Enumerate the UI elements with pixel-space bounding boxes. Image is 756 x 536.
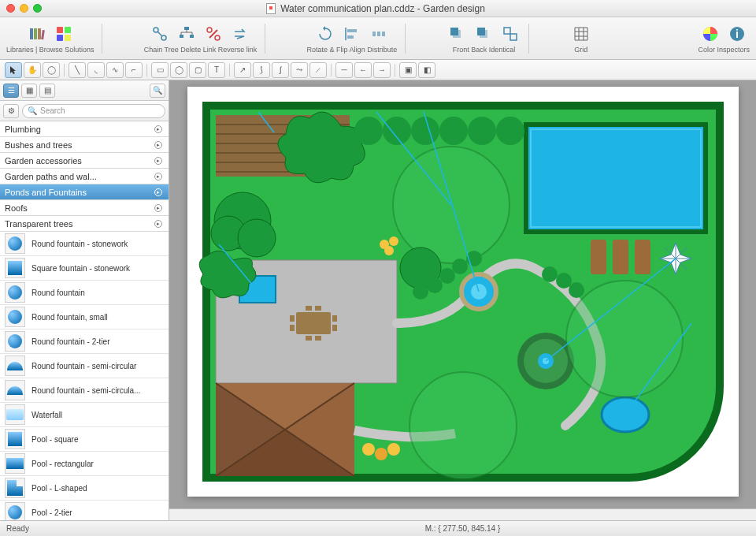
- svg-rect-12: [180, 35, 183, 38]
- category-item[interactable]: Transparent trees▸: [0, 216, 169, 232]
- svg-rect-51: [306, 306, 312, 311]
- zoom-window-button[interactable]: [33, 4, 42, 13]
- stencil-item[interactable]: Round fountain: [0, 281, 169, 305]
- svg-rect-58: [526, 125, 706, 232]
- pointer-tool-button[interactable]: [5, 62, 22, 78]
- sidebar-view-controls: ☰ ▦ ▤ 🔍: [0, 80, 169, 101]
- distribute-button[interactable]: [369, 24, 389, 44]
- stencil-label: Waterfall: [32, 411, 62, 419]
- line-tool-button[interactable]: ╲: [69, 62, 86, 78]
- svg-point-88: [542, 266, 558, 282]
- stencil-item[interactable]: Square fountain - stonework: [0, 256, 169, 281]
- search-filter-button[interactable]: 🔍: [150, 84, 165, 98]
- stencil-item[interactable]: Round fountain - stonework: [0, 232, 169, 256]
- category-label: Plumbing: [5, 125, 41, 134]
- drawing-canvas[interactable]: [187, 87, 739, 497]
- round-connector-button[interactable]: ⟋: [309, 62, 327, 78]
- view-tile-button[interactable]: ▦: [21, 84, 37, 98]
- stencil-label: Pool - L-shaped: [32, 484, 87, 493]
- reverse-link-button[interactable]: [230, 24, 250, 44]
- canvas-scroll[interactable]: [169, 80, 756, 508]
- stencil-thumbnail: [5, 502, 25, 520]
- horizontal-scrollbar[interactable]: [169, 508, 756, 520]
- hand-tool-button[interactable]: ✋: [24, 62, 41, 78]
- category-item[interactable]: Roofs▸: [0, 200, 169, 216]
- chain-button[interactable]: [150, 24, 170, 44]
- svg-point-93: [384, 246, 394, 255]
- view-detail-button[interactable]: ▤: [39, 84, 55, 98]
- fill-button[interactable]: ▣: [399, 62, 417, 78]
- smart-connector-button[interactable]: ⤳: [291, 62, 308, 78]
- rect-tool-button[interactable]: ▭: [151, 62, 169, 78]
- stencil-item[interactable]: Round fountain - semi-circular: [0, 354, 169, 378]
- svg-rect-1: [34, 28, 37, 39]
- direct-line-button[interactable]: ↗: [234, 62, 251, 78]
- toolbar-separator: [528, 24, 529, 54]
- rounded-rect-tool-button[interactable]: ▢: [189, 62, 206, 78]
- category-item[interactable]: Plumbing▸: [0, 121, 169, 137]
- category-list: Plumbing▸Bushes and trees▸Garden accesso…: [0, 121, 169, 232]
- pointer-icon: [9, 65, 18, 75]
- disclosure-icon: ▸: [154, 141, 162, 149]
- stencil-item[interactable]: Waterfall: [0, 403, 169, 427]
- svg-rect-23: [347, 35, 354, 39]
- linestyle-button[interactable]: ─: [335, 62, 353, 78]
- category-label: Roofs: [5, 203, 28, 213]
- align-button[interactable]: [342, 24, 362, 44]
- svg-rect-31: [504, 28, 510, 34]
- shadow-button[interactable]: ◧: [418, 62, 435, 78]
- separator: [64, 64, 65, 76]
- delete-link-button[interactable]: [203, 24, 224, 44]
- filter-button[interactable]: ⚙: [3, 104, 19, 118]
- svg-point-85: [439, 268, 455, 284]
- disclosure-icon: ▸: [154, 204, 162, 212]
- stencil-item[interactable]: Pool - square: [0, 427, 169, 452]
- tree-button[interactable]: [176, 24, 197, 44]
- stencil-item[interactable]: Round fountain - semi-circula...: [0, 378, 169, 403]
- arc-tool-button[interactable]: ◟: [87, 62, 105, 78]
- svg-point-86: [452, 259, 468, 274]
- arrow-start-button[interactable]: ←: [354, 62, 372, 78]
- connector-tool-button[interactable]: ⌐: [125, 62, 143, 78]
- stencil-item[interactable]: Pool - L-shaped: [0, 476, 169, 501]
- arrow-end-button[interactable]: →: [373, 62, 391, 78]
- svg-rect-11: [184, 27, 189, 30]
- stencil-label: Round fountain: [32, 288, 85, 297]
- browse-solutions-button[interactable]: [54, 24, 74, 44]
- category-item[interactable]: Ponds and Fountains▸: [0, 184, 169, 200]
- arc-connector-button[interactable]: ⟆: [253, 62, 270, 78]
- front-button[interactable]: [447, 24, 467, 44]
- category-item[interactable]: Garden paths and wal...▸: [0, 169, 169, 184]
- inspectors-button[interactable]: i: [727, 24, 747, 44]
- tree-icon: [178, 25, 195, 43]
- libraries-button[interactable]: [27, 24, 47, 44]
- stencil-label: Pool - 2-tier: [32, 508, 72, 517]
- stencil-item[interactable]: Round fountain - 2-tier: [0, 329, 169, 354]
- svg-point-90: [569, 282, 584, 298]
- main-area: ☰ ▦ ▤ 🔍 ⚙ 🔍 Search Plumbing▸Bushes and t…: [0, 80, 756, 520]
- lasso-tool-button[interactable]: ◯: [43, 62, 60, 78]
- search-input[interactable]: 🔍 Search: [22, 104, 165, 118]
- ellipse-tool-button[interactable]: ◯: [170, 62, 187, 78]
- stencil-item[interactable]: Round fountain, small: [0, 305, 169, 329]
- close-window-button[interactable]: [6, 4, 15, 13]
- spline-tool-button[interactable]: ∿: [106, 62, 124, 78]
- identical-button[interactable]: [500, 24, 521, 44]
- back-button[interactable]: [473, 24, 494, 44]
- category-item[interactable]: Bushes and trees▸: [0, 137, 169, 153]
- view-list-button[interactable]: ☰: [3, 84, 19, 98]
- delete-link-icon: [205, 25, 222, 43]
- stencil-item[interactable]: Pool - rectangular: [0, 452, 169, 476]
- stencil-item[interactable]: Pool - 2-tier: [0, 501, 169, 520]
- minimize-window-button[interactable]: [20, 4, 28, 13]
- grid-button[interactable]: [571, 24, 591, 44]
- category-item[interactable]: Garden accessories▸: [0, 153, 169, 169]
- text-tool-button[interactable]: T: [208, 62, 225, 78]
- bezier-connector-button[interactable]: ∫: [272, 62, 289, 78]
- svg-point-75: [238, 219, 276, 257]
- stencil-thumbnail: [5, 453, 25, 474]
- color-button[interactable]: [700, 24, 721, 44]
- category-label: Transparent trees: [5, 219, 72, 229]
- rotate-flip-button[interactable]: [315, 24, 335, 44]
- stencil-label: Round fountain - semi-circula...: [32, 386, 140, 395]
